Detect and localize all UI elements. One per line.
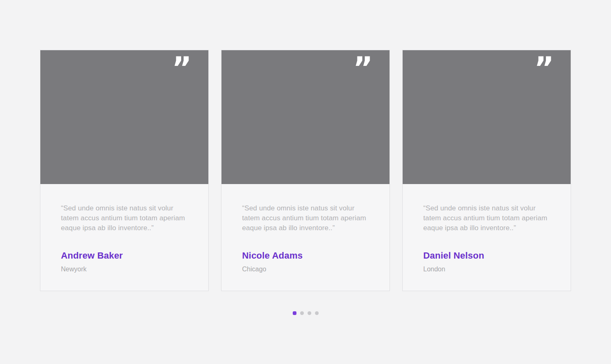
testimonial-photo-placeholder: ” <box>222 50 389 184</box>
testimonial-photo-placeholder: ” <box>40 50 208 184</box>
carousel-dot[interactable] <box>315 311 319 315</box>
carousel-dot[interactable] <box>300 311 304 315</box>
quote-icon: ” <box>353 53 372 83</box>
carousel-dot[interactable] <box>293 311 296 315</box>
testimonial-name: Daniel Nelson <box>423 250 550 261</box>
testimonial-name: Nicole Adams <box>242 250 369 261</box>
quote-icon: ” <box>172 53 191 83</box>
testimonial-quote: “Sed unde omnis iste natus sit volur tat… <box>423 203 550 233</box>
testimonial-card-list: ” “Sed unde omnis iste natus sit volur t… <box>40 50 571 291</box>
testimonial-name: Andrew Baker <box>61 250 188 261</box>
carousel-dot[interactable] <box>308 311 311 315</box>
testimonial-card: ” “Sed unde omnis iste natus sit volur t… <box>221 50 390 291</box>
testimonial-city: Newyork <box>61 266 188 273</box>
testimonial-card-body: “Sed unde omnis iste natus sit volur tat… <box>222 184 389 292</box>
testimonial-photo-placeholder: ” <box>403 50 571 184</box>
testimonial-quote: “Sed unde omnis iste natus sit volur tat… <box>61 203 188 233</box>
testimonial-city: Chicago <box>242 266 369 273</box>
testimonial-card: ” “Sed unde omnis iste natus sit volur t… <box>402 50 571 291</box>
testimonial-quote: “Sed unde omnis iste natus sit volur tat… <box>242 203 369 233</box>
quote-icon: ” <box>534 53 553 83</box>
testimonial-card: ” “Sed unde omnis iste natus sit volur t… <box>40 50 209 291</box>
carousel-dots <box>40 311 571 315</box>
testimonial-card-body: “Sed unde omnis iste natus sit volur tat… <box>403 184 571 292</box>
testimonial-city: London <box>423 266 550 273</box>
testimonial-card-body: “Sed unde omnis iste natus sit volur tat… <box>40 184 208 292</box>
testimonial-carousel: ” “Sed unde omnis iste natus sit volur t… <box>40 50 571 315</box>
